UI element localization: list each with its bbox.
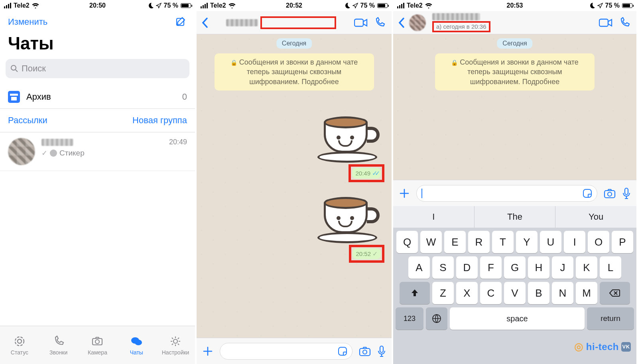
suggestion-2[interactable]: The [475, 206, 556, 228]
voice-call-button[interactable] [617, 16, 632, 30]
compose-button[interactable] [175, 16, 187, 28]
key-b[interactable]: B [528, 282, 549, 304]
encryption-banner[interactable]: 🔒 Сообщения и звонки в данном чате тепер… [435, 53, 595, 91]
svg-point-17 [608, 192, 612, 196]
key-v[interactable]: V [504, 282, 526, 304]
key-e[interactable]: E [444, 231, 466, 253]
camera-button[interactable] [604, 188, 616, 199]
sent-sticker-2[interactable] [316, 187, 380, 243]
avatar[interactable] [409, 14, 426, 31]
wifi-icon [32, 3, 39, 8]
chat-header-title-area[interactable]: а) сегодня в 20:36 [432, 13, 594, 32]
key-i[interactable]: I [564, 231, 585, 253]
key-w[interactable]: W [420, 231, 442, 253]
tab-status[interactable]: Статус [0, 326, 39, 364]
screen-chat-view-1: Tele2 20:52 75 % Сегодня 🔒 [197, 0, 393, 364]
key-n[interactable]: N [552, 282, 573, 304]
target-icon: ◎ [574, 340, 584, 353]
archive-icon [8, 91, 20, 103]
new-group-link[interactable]: Новая группа [132, 115, 187, 126]
message-input-bar [393, 180, 636, 206]
tab-chats[interactable]: Чаты [117, 326, 156, 364]
archive-label: Архив [26, 92, 51, 102]
message-input[interactable] [220, 343, 352, 360]
svg-point-2 [15, 337, 24, 346]
contact-name-censored [226, 19, 258, 26]
moon-icon [345, 3, 350, 8]
signal-icon [201, 3, 208, 8]
back-button[interactable] [398, 17, 406, 29]
tab-calls[interactable]: Звонки [39, 326, 78, 364]
battery-pct: 75 % [360, 2, 375, 9]
key-a[interactable]: A [408, 256, 430, 279]
watermark: ◎ hi-tech VK [574, 340, 631, 353]
suggestion-1[interactable]: I [393, 206, 475, 228]
chat-list-item[interactable]: 20:49 ✓ Стикер [0, 132, 195, 171]
sent-sticker-1[interactable] [316, 107, 380, 163]
battery-pct: 75 % [164, 2, 178, 9]
screen-chat-view-2: Tele2 20:53 75 % а) сегодня в 20:36 [393, 0, 636, 364]
chat-name-censored [41, 139, 73, 146]
key-r[interactable]: R [468, 231, 490, 253]
status-bar: Tele2 20:52 75 % [197, 0, 392, 11]
backspace-key[interactable] [600, 282, 630, 304]
suggestion-3[interactable]: You [555, 206, 636, 228]
key-z[interactable]: Z [432, 282, 454, 304]
key-d[interactable]: D [456, 256, 478, 279]
highlight-box-name [260, 16, 336, 29]
space-key[interactable]: space [450, 307, 585, 330]
chat-header-title-area[interactable] [213, 16, 349, 29]
chat-header: а) сегодня в 20:36 [393, 11, 636, 34]
shift-key[interactable] [400, 282, 430, 304]
video-call-button[interactable] [352, 16, 369, 29]
encryption-banner[interactable]: 🔒 Сообщения и звонки в данном чате тепер… [215, 53, 374, 91]
key-t[interactable]: T [492, 231, 514, 253]
svg-rect-18 [625, 188, 628, 195]
voice-message-button[interactable] [377, 345, 386, 357]
attach-button[interactable] [202, 346, 213, 357]
key-l[interactable]: L [600, 256, 621, 279]
key-x[interactable]: X [456, 282, 478, 304]
attach-button[interactable] [399, 188, 410, 199]
tab-camera[interactable]: Камера [78, 326, 117, 364]
sent-check-icon: ✓ [372, 250, 378, 258]
key-u[interactable]: U [540, 231, 561, 253]
archive-count: 0 [182, 92, 187, 102]
highlight-box-time-2: 20:52✓ [349, 245, 384, 263]
video-call-button[interactable] [597, 16, 614, 29]
sticker-picker-button[interactable] [338, 346, 347, 356]
key-c[interactable]: C [480, 282, 502, 304]
archive-row[interactable]: Архив 0 [0, 85, 195, 109]
lock-icon: 🔒 [230, 59, 237, 66]
battery-icon [377, 3, 388, 8]
key-j[interactable]: J [552, 256, 573, 279]
return-key[interactable]: return [587, 307, 634, 330]
voice-message-button[interactable] [622, 187, 631, 199]
broadcasts-link[interactable]: Рассылки [8, 115, 47, 126]
key-q[interactable]: Q [396, 231, 418, 253]
key-k[interactable]: K [576, 256, 597, 279]
chat-item-preview: Стикер [59, 149, 85, 157]
message-input[interactable] [416, 185, 597, 202]
key-y[interactable]: Y [516, 231, 538, 253]
numeric-key[interactable]: 123 [396, 307, 423, 330]
edit-button[interactable]: Изменить [8, 17, 47, 27]
battery-icon [181, 3, 191, 8]
key-h[interactable]: H [528, 256, 549, 279]
globe-key[interactable] [426, 307, 447, 330]
key-g[interactable]: G [504, 256, 526, 279]
key-s[interactable]: S [432, 256, 454, 279]
key-m[interactable]: M [576, 282, 597, 304]
key-p[interactable]: P [612, 231, 633, 253]
camera-button[interactable] [359, 346, 371, 356]
key-o[interactable]: O [588, 231, 609, 253]
key-f[interactable]: F [480, 256, 502, 279]
svg-point-12 [363, 350, 367, 354]
search-input[interactable]: Поиск [6, 59, 189, 78]
back-button[interactable] [201, 17, 209, 29]
tab-settings[interactable]: Настройки [156, 326, 195, 364]
carrier-label: Tele2 [210, 2, 226, 9]
svg-rect-10 [339, 347, 347, 355]
voice-call-button[interactable] [372, 16, 387, 30]
sticker-picker-button[interactable] [583, 189, 592, 198]
